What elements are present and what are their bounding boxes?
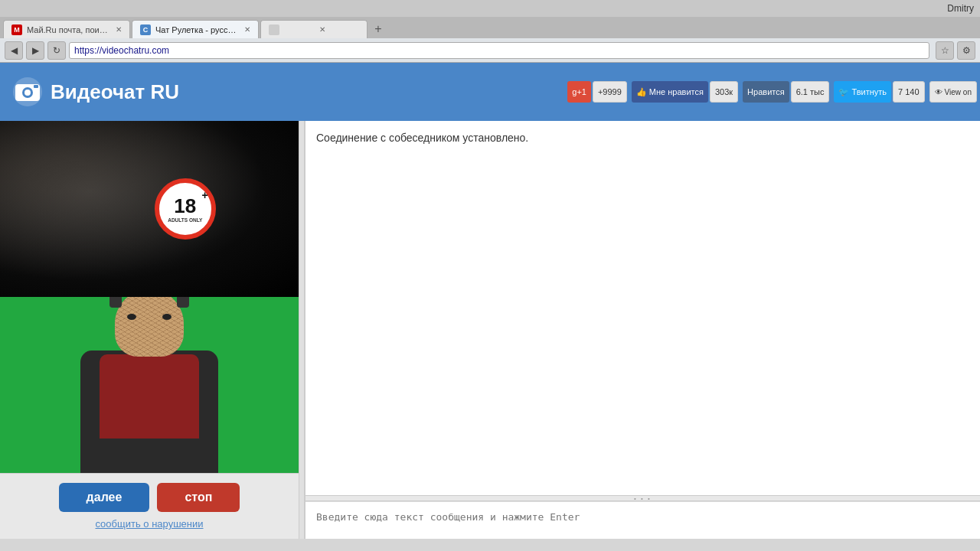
settings-icon[interactable]: ⚙ <box>957 41 975 60</box>
refresh-button[interactable]: ↻ <box>47 41 66 60</box>
like-count-text: 303к <box>715 87 733 96</box>
browser-navbar: ◀ ▶ ↻ https://videochatru.com ☆ ⚙ <box>0 38 980 63</box>
svg-rect-4 <box>34 85 38 88</box>
age-number: 18 <box>174 196 196 216</box>
vk-label: Нравится <box>747 87 785 96</box>
view-icon: 👁 <box>935 88 942 96</box>
video-dark-bg: 18 + ADULTS ONLY <box>0 121 299 297</box>
age-badge: 18 + ADULTS ONLY <box>155 178 216 240</box>
chat-resize-handle[interactable]: • • • <box>305 495 980 501</box>
tab-videochat-label: Чат Рулетка - русски... <box>155 25 240 34</box>
tab-mail-close[interactable]: ✕ <box>116 25 122 34</box>
vk-count: 6.1 тыс <box>791 81 830 103</box>
chat-input[interactable] <box>305 502 980 536</box>
address-bar[interactable]: https://videochatru.com <box>69 42 929 59</box>
remote-video: 18 + ADULTS ONLY <box>0 121 299 297</box>
browser-chrome: Dmitry M Май.Ru почта, поиск в ... ✕ C Ч… <box>0 0 980 63</box>
logo-icon <box>12 77 43 107</box>
forward-button[interactable]: ▶ <box>26 41 44 60</box>
tab-videochat[interactable]: C Чат Рулетка - русски... ✕ <box>132 20 259 38</box>
back-button[interactable]: ◀ <box>5 41 23 60</box>
twitter-icon: 🐦 <box>838 87 849 97</box>
next-button[interactable]: далее <box>59 483 150 512</box>
vk-button[interactable]: Нравится <box>743 81 789 103</box>
stop-button[interactable]: стоп <box>157 483 240 512</box>
tab-mail-icon: M <box>11 24 22 35</box>
report-link[interactable]: сообщить о нарушении <box>95 518 203 530</box>
local-video <box>0 297 299 473</box>
address-text: https://videochatru.com <box>74 45 169 56</box>
panel-divider[interactable] <box>299 121 305 539</box>
main-content: 18 + ADULTS ONLY <box>0 121 980 539</box>
tab-empty-close[interactable]: ✕ <box>319 25 325 34</box>
like-label: Мне нравится <box>649 87 704 96</box>
like-count: 303к <box>710 81 738 103</box>
age-subtext: ADULTS ONLY <box>168 217 202 223</box>
site-logo: Видеочат RU <box>12 77 179 107</box>
shadow-overlay <box>0 121 299 297</box>
tab-videochat-icon: C <box>140 24 151 35</box>
browser-tabs: M Май.Ru почта, поиск в ... ✕ C Чат Руле… <box>0 17 980 38</box>
chat-input-area <box>305 501 980 539</box>
gplus-button[interactable]: g+1 <box>567 81 591 103</box>
twitter-button[interactable]: 🐦 Твитнуть <box>834 81 891 103</box>
site-header: Видеочат RU g+1 +9999 👍 Мне нравится 303… <box>0 63 980 121</box>
tab-mail[interactable]: M Май.Ru почта, поиск в ... ✕ <box>3 20 130 38</box>
svg-point-3 <box>24 90 31 96</box>
main-buttons: далее стоп <box>59 483 240 512</box>
gplus-count-text: +9999 <box>598 87 622 96</box>
page-body: Видеочат RU g+1 +9999 👍 Мне нравится 303… <box>0 63 980 539</box>
tab-empty[interactable]: ✕ <box>260 20 368 38</box>
like-button[interactable]: 👍 Мне нравится <box>632 81 708 103</box>
chat-messages: Соединение с собеседником установлено. <box>305 121 980 495</box>
gplus-count: +9999 <box>593 81 627 103</box>
person-figure <box>65 297 234 473</box>
bookmark-icon[interactable]: ☆ <box>936 41 954 60</box>
chat-status-message: Соединение с собеседником установлено. <box>316 129 969 147</box>
age-plus-symbol: + <box>202 189 208 201</box>
site-title: Видеочат RU <box>51 80 179 104</box>
new-tab-button[interactable]: + <box>369 20 387 38</box>
twitter-count-text: 7 140 <box>898 87 920 96</box>
tab-mail-label: Май.Ru почта, поиск в ... <box>27 25 111 34</box>
vk-count-text: 6.1 тыс <box>796 87 825 96</box>
browser-action-icons: ☆ ⚙ <box>936 41 975 60</box>
video-panel: 18 + ADULTS ONLY <box>0 121 299 539</box>
header-actions: g+1 +9999 👍 Мне нравится 303к Нравится 6… <box>567 63 980 121</box>
browser-titlebar: Dmitry <box>0 0 980 17</box>
twitter-label: Твитнуть <box>851 87 887 96</box>
view-button[interactable]: 👁 View on <box>929 81 977 103</box>
age-badge-content: 18 + ADULTS ONLY <box>168 196 202 223</box>
buttons-area: далее стоп сообщить о нарушении <box>0 473 299 539</box>
tab-empty-icon <box>269 24 279 35</box>
tab-videochat-close[interactable]: ✕ <box>244 25 250 34</box>
like-icon: 👍 <box>636 87 647 97</box>
view-label: View on <box>945 88 972 96</box>
twitter-count: 7 140 <box>893 81 925 103</box>
chat-panel: Соединение с собеседником установлено. •… <box>305 121 980 539</box>
gplus-label: g+1 <box>572 87 586 96</box>
browser-user: Dmitry <box>947 3 974 14</box>
